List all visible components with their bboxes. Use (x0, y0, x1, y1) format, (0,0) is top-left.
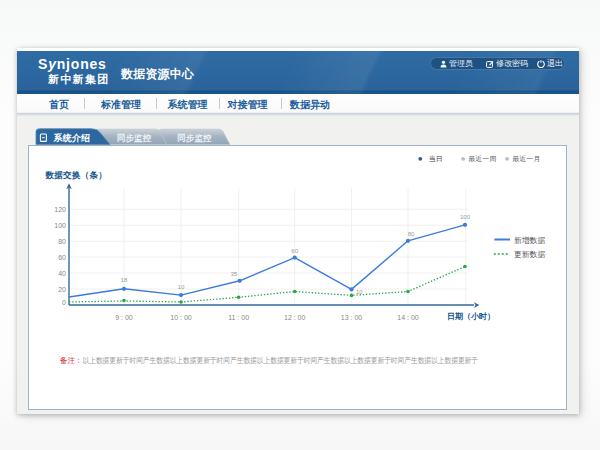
svg-text:同步监控: 同步监控 (117, 133, 152, 143)
svg-text:数据交换（条）: 数据交换（条） (45, 170, 108, 180)
svg-text:13 : 00: 13 : 00 (341, 314, 363, 321)
svg-text:备注：: 备注： (60, 355, 83, 364)
svg-text:80: 80 (58, 237, 66, 244)
svg-text:当日: 当日 (429, 155, 443, 163)
svg-text:10: 10 (178, 283, 185, 289)
svg-text:14 : 00: 14 : 00 (397, 314, 419, 321)
svg-text:40: 40 (58, 269, 66, 276)
svg-text:35: 35 (231, 271, 238, 277)
svg-text:18: 18 (121, 277, 128, 283)
svg-text:100: 100 (460, 214, 471, 220)
svg-text:最近一月: 最近一月 (512, 155, 540, 163)
svg-text:20: 20 (58, 285, 66, 292)
svg-text:0: 0 (62, 298, 66, 305)
svg-text:更新数据: 更新数据 (514, 250, 545, 259)
svg-text:以上数据更新于时间产生数据以上数据更新于时间产生数据以上数据: 以上数据更新于时间产生数据以上数据更新于时间产生数据以上数据更新于时间产生数据以… (83, 355, 479, 364)
svg-text:9 : 00: 9 : 00 (115, 314, 133, 321)
svg-text:10 : 00: 10 : 00 (170, 314, 192, 321)
svg-text:日期（小时）: 日期（小时） (447, 312, 495, 321)
svg-text:80: 80 (408, 230, 415, 236)
svg-text:同步监控: 同步监控 (177, 133, 212, 143)
svg-text:12 : 00: 12 : 00 (284, 314, 306, 321)
svg-text:60: 60 (291, 247, 298, 253)
svg-text:10: 10 (356, 289, 363, 295)
svg-text:最近一周: 最近一周 (468, 155, 496, 162)
svg-text:120: 120 (54, 205, 66, 212)
svg-text:11 : 00: 11 : 00 (228, 314, 249, 321)
svg-text:新增数据: 新增数据 (514, 235, 545, 244)
svg-text:60: 60 (58, 253, 66, 260)
svg-text:系统介绍: 系统介绍 (53, 133, 91, 143)
svg-text:100: 100 (54, 221, 66, 228)
